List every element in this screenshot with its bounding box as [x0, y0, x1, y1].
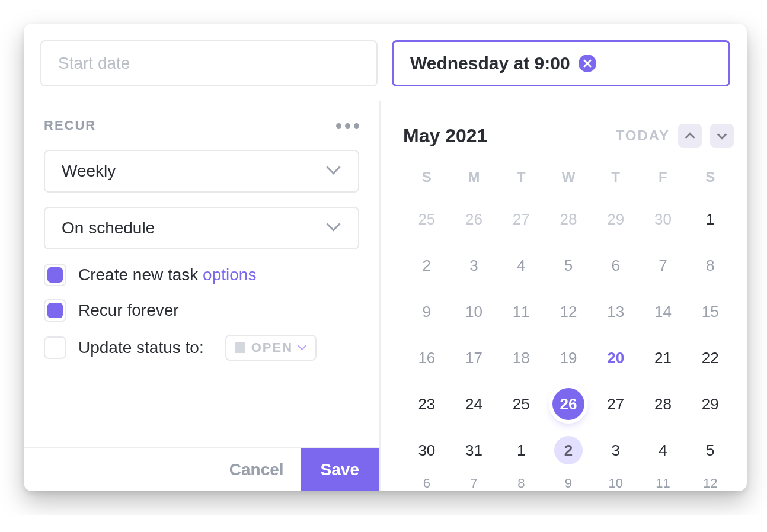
- cancel-button[interactable]: Cancel: [213, 448, 301, 491]
- clear-due-date-icon[interactable]: [579, 55, 596, 72]
- calendar-day[interactable]: 16: [403, 335, 450, 381]
- calendar-day[interactable]: 11: [497, 289, 545, 335]
- create-new-task-checkbox[interactable]: [44, 264, 66, 286]
- calendar-day[interactable]: 11: [640, 473, 687, 491]
- calendar-day[interactable]: 12: [545, 289, 592, 335]
- chevron-down-icon: [328, 165, 341, 178]
- recur-forever-label: Recur forever: [78, 301, 179, 320]
- calendar-day[interactable]: 8: [686, 242, 734, 289]
- calendar-day[interactable]: 4: [640, 427, 687, 473]
- calendar-day[interactable]: 8: [497, 473, 545, 491]
- calendar-day[interactable]: 15: [686, 289, 734, 335]
- calendar-day[interactable]: 7: [640, 242, 687, 289]
- calendar-day[interactable]: 20: [592, 335, 640, 381]
- recurrence-modal: Start date Wednesday at 9:00 RECUR Weekl…: [24, 24, 747, 491]
- calendar-day[interactable]: 14: [640, 289, 687, 335]
- calendar-header: May 2021 TODAY: [403, 124, 734, 148]
- due-date-input[interactable]: Wednesday at 9:00: [392, 40, 730, 86]
- calendar-day[interactable]: 30: [403, 427, 450, 473]
- calendar-day[interactable]: 29: [592, 196, 640, 242]
- calendar-day[interactable]: 27: [497, 196, 545, 242]
- calendar-day[interactable]: 24: [450, 381, 498, 427]
- calendar-dow: T: [497, 162, 545, 196]
- calendar-day[interactable]: 28: [640, 381, 687, 427]
- calendar-day[interactable]: 1: [686, 196, 734, 242]
- calendar-day[interactable]: 9: [403, 289, 450, 335]
- calendar-day[interactable]: 26: [450, 196, 498, 242]
- recur-panel: RECUR Weekly On schedule Create new task: [24, 101, 381, 491]
- modal-body: RECUR Weekly On schedule Create new task: [24, 101, 747, 491]
- prev-month-button[interactable]: [678, 124, 702, 148]
- due-date-value: Wednesday at 9:00: [410, 53, 570, 73]
- calendar-day[interactable]: 31: [450, 427, 498, 473]
- calendar-day[interactable]: 30: [640, 196, 687, 242]
- calendar-day[interactable]: 28: [545, 196, 592, 242]
- chevron-down-icon: [717, 129, 727, 139]
- start-date-placeholder: Start date: [58, 54, 130, 73]
- calendar-day[interactable]: 10: [450, 289, 498, 335]
- calendar-day[interactable]: 7: [450, 473, 498, 491]
- calendar-grid: SMTWTFS252627282930123456789101112131415…: [403, 162, 734, 491]
- calendar-dow: M: [450, 162, 498, 196]
- footer: Cancel Save: [24, 447, 379, 491]
- more-options-icon[interactable]: [336, 123, 359, 129]
- calendar-day[interactable]: 21: [640, 335, 687, 381]
- calendar-day[interactable]: 3: [592, 427, 640, 473]
- calendar-day[interactable]: 1: [497, 427, 545, 473]
- update-status-label: Update status to:: [78, 338, 204, 357]
- calendar-day[interactable]: 6: [592, 242, 640, 289]
- options-link[interactable]: options: [203, 265, 256, 284]
- calendar-day[interactable]: 6: [403, 473, 450, 491]
- frequency-value: Weekly: [62, 162, 116, 181]
- chevron-up-icon: [685, 132, 695, 142]
- calendar-dow: F: [640, 162, 687, 196]
- calendar-panel: May 2021 TODAY SMTWTFS252627282930123456…: [381, 101, 747, 491]
- update-status-row: Update status to: OPEN: [44, 335, 359, 361]
- calendar-month-label: May 2021: [403, 125, 608, 147]
- calendar-day[interactable]: 12: [686, 473, 734, 491]
- calendar-day[interactable]: 17: [450, 335, 498, 381]
- calendar-day[interactable]: 23: [403, 381, 450, 427]
- calendar-day[interactable]: 4: [497, 242, 545, 289]
- calendar-day[interactable]: 5: [545, 242, 592, 289]
- calendar-day[interactable]: 13: [592, 289, 640, 335]
- status-select[interactable]: OPEN: [225, 335, 317, 361]
- save-button[interactable]: Save: [301, 448, 379, 491]
- calendar-day[interactable]: 29: [686, 381, 734, 427]
- calendar-day[interactable]: 9: [545, 473, 592, 491]
- calendar-day[interactable]: 22: [686, 335, 734, 381]
- status-color-swatch: [235, 342, 245, 353]
- calendar-day[interactable]: 10: [592, 473, 640, 491]
- create-new-task-text: Create new task: [78, 265, 198, 284]
- trigger-select[interactable]: On schedule: [44, 207, 359, 249]
- calendar-day[interactable]: 26: [545, 381, 592, 427]
- calendar-dow: T: [592, 162, 640, 196]
- chevron-down-icon: [299, 344, 307, 352]
- calendar-day[interactable]: 2: [545, 427, 592, 473]
- calendar-day[interactable]: 5: [686, 427, 734, 473]
- recur-forever-checkbox[interactable]: [44, 299, 66, 322]
- calendar-day[interactable]: 3: [450, 242, 498, 289]
- create-new-task-label: Create new task options: [78, 265, 256, 284]
- calendar-day[interactable]: 2: [403, 242, 450, 289]
- start-date-input[interactable]: Start date: [40, 40, 378, 86]
- calendar-day[interactable]: 19: [545, 335, 592, 381]
- calendar-dow: S: [686, 162, 734, 196]
- calendar-dow: W: [545, 162, 592, 196]
- date-inputs-row: Start date Wednesday at 9:00: [24, 24, 747, 101]
- trigger-value: On schedule: [62, 219, 155, 238]
- calendar-day[interactable]: 25: [497, 381, 545, 427]
- recur-header: RECUR: [44, 118, 359, 133]
- calendar-day[interactable]: 25: [403, 196, 450, 242]
- chevron-down-icon: [328, 222, 341, 235]
- today-button[interactable]: TODAY: [616, 127, 670, 144]
- update-status-checkbox[interactable]: [44, 336, 66, 359]
- next-month-button[interactable]: [710, 124, 734, 148]
- calendar-day[interactable]: 18: [497, 335, 545, 381]
- frequency-select[interactable]: Weekly: [44, 150, 359, 193]
- recur-forever-row: Recur forever: [44, 299, 359, 322]
- calendar-day[interactable]: 27: [592, 381, 640, 427]
- create-new-task-row: Create new task options: [44, 264, 359, 286]
- recur-title: RECUR: [44, 118, 96, 133]
- calendar-dow: S: [403, 162, 450, 196]
